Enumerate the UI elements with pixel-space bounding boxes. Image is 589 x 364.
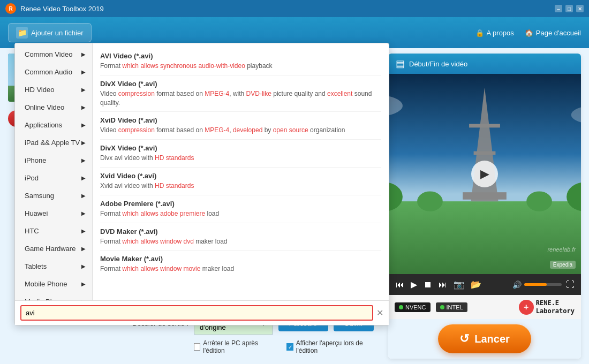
menu-item-arrow-icon: ▶ xyxy=(81,104,86,110)
stop-button[interactable]: ⏹ xyxy=(422,279,433,291)
format-name: Movie Maker (*.avi) xyxy=(100,255,381,263)
add-file-icon: 📁 xyxy=(16,27,28,39)
category-menu-item[interactable]: Applications▶ xyxy=(15,116,92,134)
header-right: 🔒 A propos 🏠 Page d'accueil xyxy=(475,29,581,37)
category-menu-item[interactable]: Tablets▶ xyxy=(15,257,92,275)
menu-item-arrow-icon: ▶ xyxy=(81,140,86,146)
menu-item-arrow-icon: ▶ xyxy=(81,210,86,216)
menu-item-label: Common Video xyxy=(25,50,72,58)
category-menu-item[interactable]: HD Video▶ xyxy=(15,81,92,98)
category-menu-item[interactable]: iPod▶ xyxy=(15,169,92,187)
intel-label: INTEL xyxy=(447,304,463,310)
checkbox-shutdown[interactable]: Arrêter le PC après l'édition xyxy=(194,339,270,354)
format-item[interactable]: DivX Video (*.avi) Divx avi video with H… xyxy=(100,140,381,168)
category-menu-item[interactable]: Common Video▶ xyxy=(15,46,92,63)
category-menu-item[interactable]: HTC▶ xyxy=(15,222,92,240)
category-menu-item[interactable]: Common Audio▶ xyxy=(15,63,92,81)
apropos-link[interactable]: 🔒 A propos xyxy=(475,29,514,37)
play-ctrl-button[interactable]: ▶ xyxy=(410,278,418,291)
search-clear-button[interactable]: ✕ xyxy=(376,308,383,318)
video-screen: ▶ reneelab.fr Expedia xyxy=(388,74,581,274)
svg-point-20 xyxy=(417,191,443,211)
titlebar: R Renee Video Toolbox 2019 – □ ✕ xyxy=(0,0,589,17)
category-menu-item[interactable]: Game Hardware▶ xyxy=(15,240,92,257)
close-button[interactable]: ✕ xyxy=(576,5,584,12)
home-link[interactable]: 🏠 Page d'accueil xyxy=(525,29,581,37)
format-item[interactable]: AVI Video (*.avi) Format which allows sy… xyxy=(100,48,381,75)
menu-item-label: Online Video xyxy=(25,103,64,111)
menu-item-arrow-icon: ▶ xyxy=(81,193,86,199)
category-menu-item[interactable]: iPhone▶ xyxy=(15,151,92,169)
menu-item-label: Game Hardware xyxy=(25,245,75,253)
category-menu-item[interactable]: Samsung▶ xyxy=(15,187,92,204)
maximize-button[interactable]: □ xyxy=(565,5,573,12)
checkbox-row: Arrêter le PC après l'édition Afficher l… xyxy=(194,339,374,354)
format-desc: Divx avi video with HD standards xyxy=(100,154,381,163)
menu-item-label: Applications xyxy=(25,121,62,129)
menu-item-arrow-icon: ▶ xyxy=(81,69,86,75)
expedia-badge: Expedia xyxy=(550,261,576,269)
checkbox-preview-label: Afficher l'aperçu lors de l'édition xyxy=(296,339,374,354)
format-name: AVI Video (*.avi) xyxy=(100,52,381,60)
folder-button[interactable]: 📂 xyxy=(470,278,482,291)
menu-item-arrow-icon: ▶ xyxy=(81,246,86,252)
renee-logo: + RENE.ELaboratory xyxy=(519,299,575,315)
snapshot-button[interactable]: 📷 xyxy=(452,278,465,291)
category-menu-item[interactable]: Online Video▶ xyxy=(15,98,92,116)
launch-icon: ↺ xyxy=(459,332,469,346)
format-desc: Xvid avi video with HD standards xyxy=(100,181,381,191)
add-file-label: Ajouter un fichier xyxy=(31,29,84,37)
menu-item-label: Huawei xyxy=(25,209,48,217)
minimize-button[interactable]: – xyxy=(555,5,562,12)
lock-icon: 🔒 xyxy=(475,29,484,37)
window-controls: – □ ✕ xyxy=(555,5,584,12)
launch-button[interactable]: ↺ Lancer xyxy=(438,324,531,353)
format-name: Xvid Video (*.avi) xyxy=(100,172,381,180)
category-menu-item[interactable]: iPad && Apple TV▶ xyxy=(15,134,92,151)
format-desc: Video compression format based on MPEG-4… xyxy=(100,89,381,108)
play-button[interactable]: ▶ xyxy=(471,161,498,187)
category-menu-item[interactable]: Media Player▶ xyxy=(15,293,92,300)
intel-status-dot xyxy=(440,305,444,309)
volume-icon: 🔊 xyxy=(512,280,522,289)
renee-cross-icon: + xyxy=(519,300,534,315)
app-title: Renee Video Toolbox 2019 xyxy=(20,5,555,13)
format-desc: Video compression format based on MPEG-4… xyxy=(100,126,381,135)
format-item[interactable]: DivX Video (*.avi) Video compression for… xyxy=(100,75,381,112)
format-item[interactable]: XviD Video (*.avi) Video compression for… xyxy=(100,112,381,140)
category-menu-item[interactable]: Mobile Phone▶ xyxy=(15,275,92,293)
search-bar: ✕ xyxy=(15,300,389,325)
format-item[interactable]: Movie Maker (*.avi) Format which allows … xyxy=(100,251,381,278)
menu-item-label: HTC xyxy=(25,227,39,235)
menu-item-arrow-icon: ▶ xyxy=(81,175,86,181)
search-input[interactable] xyxy=(20,305,373,321)
fullscreen-button[interactable]: ⛶ xyxy=(566,280,575,290)
format-desc: Format which allows synchronous audio-wi… xyxy=(100,62,381,71)
intel-badge: INTEL xyxy=(436,302,467,312)
format-item[interactable]: DVD Maker (*.avi) Format which allows wi… xyxy=(100,223,381,251)
nvenc-badge: NVENC xyxy=(395,302,431,312)
format-name: DivX Video (*.avi) xyxy=(100,144,381,152)
nvenc-status-dot xyxy=(399,305,403,309)
skip-forward-button[interactable]: ⏭ xyxy=(437,279,448,291)
checkbox-preview[interactable]: Afficher l'aperçu lors de l'édition xyxy=(286,339,374,354)
format-item[interactable]: Adobe Premiere (*.avi) Format which allo… xyxy=(100,195,381,223)
svg-rect-14 xyxy=(474,151,496,155)
svg-rect-15 xyxy=(463,192,507,200)
video-header: ▤ Début/Fin de vidéo xyxy=(388,54,581,74)
category-menu-item[interactable]: Huawei▶ xyxy=(15,204,92,222)
volume-track[interactable] xyxy=(524,283,562,286)
add-file-button[interactable]: 📁 Ajouter un fichier xyxy=(8,23,92,42)
menu-item-arrow-icon: ▶ xyxy=(81,228,86,234)
menu-item-label: Samsung xyxy=(25,192,54,200)
menu-item-label: Common Audio xyxy=(25,68,72,76)
skip-back-button[interactable]: ⏮ xyxy=(395,279,405,291)
menu-item-label: Tablets xyxy=(25,262,47,270)
app-logo: R xyxy=(5,3,16,14)
format-item[interactable]: Xvid Video (*.avi) Xvid avi video with H… xyxy=(100,168,381,195)
main-content: Effacer E... Common Video▶Common Audio▶H… xyxy=(0,48,589,364)
checkbox-shutdown-box xyxy=(194,343,200,351)
format-name: Adobe Premiere (*.avi) xyxy=(100,200,381,208)
logo-text: R xyxy=(9,6,12,12)
svg-rect-13 xyxy=(469,124,500,128)
